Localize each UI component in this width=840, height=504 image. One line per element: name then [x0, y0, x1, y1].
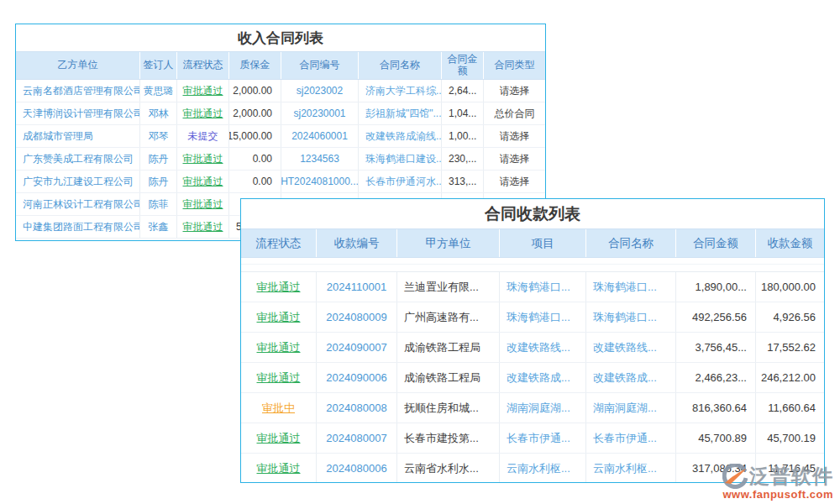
cell-receipt-amount: 11,660.64 [756, 393, 824, 423]
column-header: 收款金额 [756, 229, 824, 257]
cell-status[interactable]: 审批通过 [177, 148, 229, 170]
column-header: 合同名称 [359, 52, 442, 79]
cell-project[interactable]: 珠海鹤港口... [500, 302, 586, 332]
cell-company[interactable]: 云南名都酒店管理有限公司 [16, 80, 140, 102]
cell-party-a: 成渝铁路工程局 [397, 333, 500, 362]
cell-receipt-amount: 4,926.56 [756, 302, 824, 332]
column-header: 质保金 [229, 52, 281, 79]
cell-receipt-amount: 180,000.00 [756, 272, 824, 302]
cell-company[interactable]: 广安市九江建设工程公司 [16, 171, 140, 192]
cell-project[interactable]: 湖南洞庭湖... [500, 393, 586, 423]
cell-status[interactable]: 审批通过 [177, 80, 229, 102]
cell-company[interactable]: 成都城市管理局 [16, 125, 140, 147]
cell-contract-amount: 1,890,00... [676, 272, 756, 302]
cell-contract-amount: 45,700.89 [676, 423, 756, 453]
cell-contract-type[interactable]: 请选择 [484, 80, 545, 102]
cell-receipt-no[interactable]: 2024080008 [317, 393, 397, 423]
cell-receipt-no[interactable]: 2024080006 [317, 454, 397, 483]
cell-project[interactable]: 改建铁路成... [500, 363, 586, 392]
cell-company[interactable]: 广东赞美成工程有限公司 [16, 148, 140, 170]
cell-contract-type[interactable]: 请选择 [484, 125, 545, 147]
cell-status[interactable]: 审批通过 [177, 216, 229, 238]
cell-contract-amount: 3,756,45... [676, 333, 756, 362]
table-row: 云南名都酒店管理有限公司黄思璐审批通过2,000.00sj2023002济南大学… [16, 80, 545, 102]
table-row: 广安市九江建设工程公司陈丹审批通过0.00HT2024081000...长春市伊… [16, 171, 545, 193]
column-header: 合同类型 [484, 52, 545, 79]
cell-contract-no[interactable]: sj20230001 [281, 102, 359, 124]
cell-contract-no[interactable]: HT2024081000... [281, 171, 359, 192]
table-row: 审批通过2024110001兰迪置业有限...珠海鹤港口...珠海鹤港口...1… [241, 272, 824, 302]
cell-contract-name[interactable]: 珠海鹤港口建设... [359, 148, 442, 170]
cell-party-a: 云南省水利水... [397, 454, 500, 483]
table-row: 审批通过2024090007成渝铁路工程局改建铁路线...改建铁路线...3,7… [241, 333, 824, 363]
table-row: 审批通过2024090006成渝铁路工程局改建铁路成...改建铁路成...2,4… [241, 363, 824, 393]
cell-party-a: 兰迪置业有限... [397, 272, 500, 302]
cell-contract-name[interactable]: 珠海鹤港口... [586, 272, 676, 302]
cell-contract-type[interactable]: 请选择 [484, 171, 545, 192]
cell-status[interactable]: 审批通过 [241, 423, 317, 453]
cell-signer[interactable]: 黄思璐 [140, 80, 177, 102]
column-header: 乙方单位 [16, 52, 140, 79]
cell-receipt-no[interactable]: 2024090006 [317, 363, 397, 392]
cell-signer[interactable]: 陈丹 [140, 148, 177, 170]
table-row: 审批通过2024080007长春市建投第...长春市伊通...长春市伊通...4… [241, 423, 824, 454]
cell-contract-type[interactable]: 总价合同 [484, 102, 545, 124]
cell-status[interactable]: 审批通过 [177, 193, 229, 215]
cell-receipt-no[interactable]: 2024080007 [317, 423, 397, 453]
window-title: 合同收款列表 [241, 199, 824, 228]
cell-project[interactable]: 改建铁路线... [500, 333, 586, 362]
cell-project[interactable]: 珠海鹤港口... [500, 272, 586, 302]
cell-contract-name[interactable]: 珠海鹤港口... [586, 302, 676, 332]
cell-contract-name[interactable]: 湖南洞庭湖... [586, 393, 676, 423]
cell-status[interactable]: 审批通过 [241, 302, 317, 332]
column-header: 流程状态 [241, 229, 317, 257]
column-header: 项目 [500, 229, 586, 257]
cell-party-a: 长春市建投第... [397, 423, 500, 453]
cell-contract-no[interactable]: sj2023002 [281, 80, 359, 102]
cell-amount: 2,64... [442, 80, 484, 102]
cell-company[interactable]: 中建集团路面工程有限公司 [16, 216, 140, 238]
cell-company[interactable]: 天津博润设计管理有限公司 [16, 102, 140, 124]
cell-deposit: 2,000.00 [229, 80, 281, 102]
cell-status[interactable]: 审批通过 [241, 363, 317, 392]
cell-contract-name[interactable]: 云南水利枢... [586, 454, 676, 483]
cell-contract-no[interactable]: 2024060001 [281, 125, 359, 147]
cell-receipt-no[interactable]: 2024080009 [317, 302, 397, 332]
cell-status[interactable]: 审批通过 [177, 102, 229, 124]
window-title: 收入合同列表 [16, 24, 545, 51]
cell-signer[interactable]: 张鑫 [140, 216, 177, 238]
cell-contract-name[interactable]: 长春市伊通... [586, 423, 676, 453]
table-header-row: 乙方单位签订人流程状态质保金合同编号合同名称合同金额合同类型 [16, 51, 545, 80]
cell-company[interactable]: 河南正林设计工程有限公司 [16, 193, 140, 215]
cell-contract-no[interactable]: 1234563 [281, 148, 359, 170]
brand-url: www.fanpusoft.com [722, 488, 833, 501]
table-row: 审批通过2024080006云南省水利水...云南水利枢...云南水利枢...3… [241, 454, 824, 483]
cell-status[interactable]: 审批中 [241, 393, 317, 423]
cell-receipt-no[interactable]: 2024110001 [317, 272, 397, 302]
cell-status[interactable]: 审批通过 [241, 333, 317, 362]
cell-project[interactable]: 长春市伊通... [500, 423, 586, 453]
cell-contract-type[interactable]: 请选择 [484, 148, 545, 170]
cell-contract-name[interactable]: 长春市伊通河水... [359, 171, 442, 192]
cell-contract-name[interactable]: 改建铁路成渝线... [359, 125, 442, 147]
cell-status[interactable]: 审批通过 [241, 272, 317, 302]
cell-contract-name[interactable]: 济南大学工科综... [359, 80, 442, 102]
table-row: 成都城市管理局邓琴未提交15,000.002024060001改建铁路成渝线..… [16, 125, 545, 148]
cell-status[interactable]: 审批通过 [241, 454, 317, 483]
cell-contract-name[interactable]: 改建铁路线... [586, 333, 676, 362]
cell-signer[interactable]: 陈菲 [140, 193, 177, 215]
cell-signer[interactable]: 邓琴 [140, 125, 177, 147]
cell-status[interactable]: 未提交 [177, 125, 229, 147]
cell-project[interactable]: 云南水利枢... [500, 454, 586, 483]
cell-deposit: 15,000.00 [229, 125, 281, 147]
cell-contract-name[interactable]: 改建铁路成... [586, 363, 676, 392]
cell-party-a: 广州高速路有... [397, 302, 500, 332]
cell-status[interactable]: 审批通过 [177, 171, 229, 192]
table-row: 广东赞美成工程有限公司陈丹审批通过0.001234563珠海鹤港口建设...23… [16, 148, 545, 171]
cell-deposit: 0.00 [229, 171, 281, 192]
cell-signer[interactable]: 邓林 [140, 102, 177, 124]
cell-receipt-amount: 17,552.62 [756, 333, 824, 362]
cell-receipt-no[interactable]: 2024090007 [317, 333, 397, 362]
cell-contract-name[interactable]: 彭祖新城"四馆"... [359, 102, 442, 124]
cell-signer[interactable]: 陈丹 [140, 171, 177, 192]
